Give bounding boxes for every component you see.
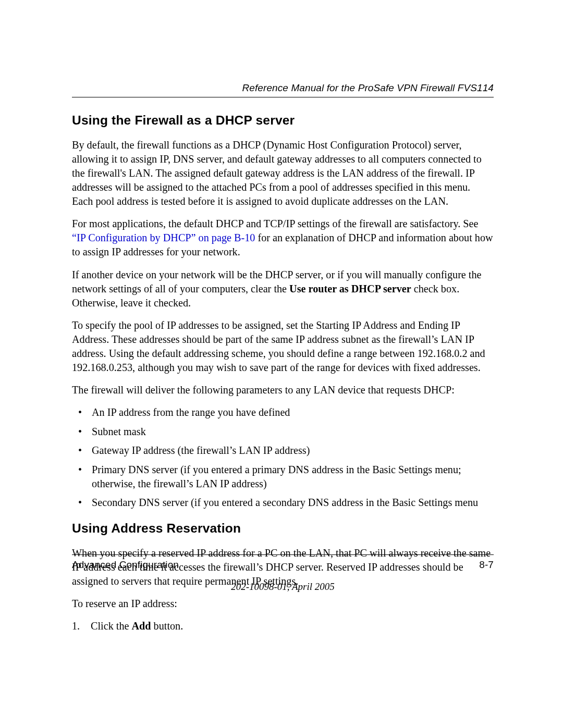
list-item: Subnet mask: [84, 425, 494, 439]
running-header: Reference Manual for the ProSafe VPN Fir…: [72, 82, 494, 94]
xref-ip-config-dhcp[interactable]: “IP Configuration by DHCP” on page B-10: [72, 232, 255, 243]
list-item: An IP address from the range you have de…: [84, 405, 494, 419]
para-dhcp-ref-a: For most applications, the default DHCP …: [72, 218, 479, 229]
heading-address-reservation: Using Address Reservation: [72, 521, 494, 536]
para-dhcp-deliver: The firewall will deliver the following …: [72, 383, 494, 397]
header-rule: [72, 97, 494, 97]
reservation-steps: Click the Add button.: [72, 619, 494, 633]
list-item: Primary DNS server (if you entered a pri…: [84, 463, 494, 490]
dhcp-parameter-list: An IP address from the range you have de…: [84, 405, 494, 510]
footer-page-number: 8-7: [479, 559, 494, 571]
para-reservation-steps-intro: To reserve an IP address:: [72, 597, 494, 611]
step-text-b: button.: [151, 620, 183, 632]
footer-rule: [72, 554, 494, 555]
para-dhcp-checkbox: If another device on your network will b…: [72, 268, 494, 310]
para-dhcp-reference: For most applications, the default DHCP …: [72, 217, 494, 259]
step-text-a: Click the: [91, 620, 132, 632]
para-dhcp-pool: To specify the pool of IP addresses to b…: [72, 318, 494, 375]
step-item: Click the Add button.: [72, 619, 494, 633]
document-page: Reference Manual for the ProSafe VPN Fir…: [0, 0, 563, 728]
footer-doc-id: 202-10098-01, April 2005: [72, 581, 494, 593]
para-dhcp-default: By default, the firewall functions as a …: [72, 138, 494, 208]
list-item: Gateway IP address (the firewall’s LAN I…: [84, 443, 494, 458]
list-item: Secondary DNS server (if you entered a s…: [84, 496, 494, 510]
footer-chapter: Advanced Configuration: [72, 559, 179, 571]
label-use-router-dhcp: Use router as DHCP server: [289, 283, 411, 294]
heading-dhcp-server: Using the Firewall as a DHCP server: [72, 113, 494, 128]
page-footer: Advanced Configuration 8-7 202-10098-01,…: [72, 554, 494, 593]
button-label-add: Add: [132, 620, 151, 632]
